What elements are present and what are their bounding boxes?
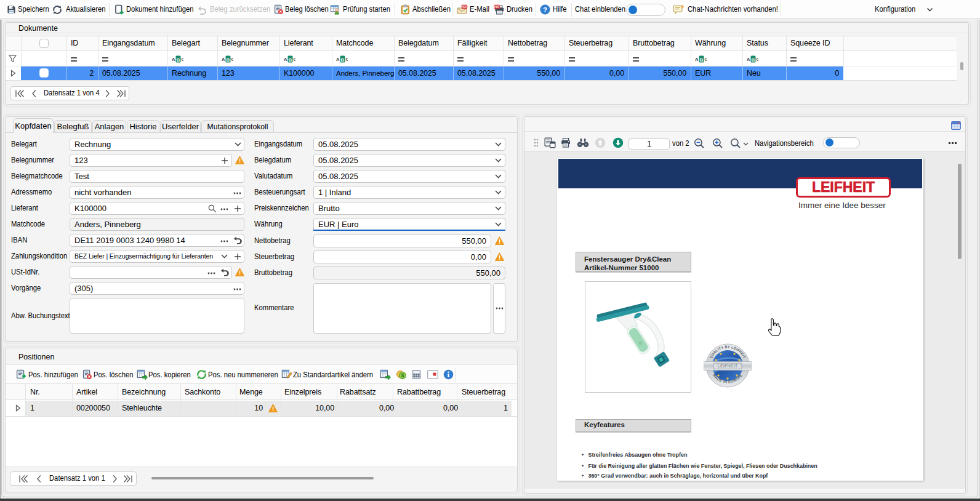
svg-text:?: ? xyxy=(543,6,547,14)
svg-text:PDF: PDF xyxy=(462,6,467,9)
svg-text:LEIFHEIT: LEIFHEIT xyxy=(718,364,738,368)
svg-text:$: $ xyxy=(401,372,404,379)
svg-text:PDF: PDF xyxy=(494,6,500,9)
